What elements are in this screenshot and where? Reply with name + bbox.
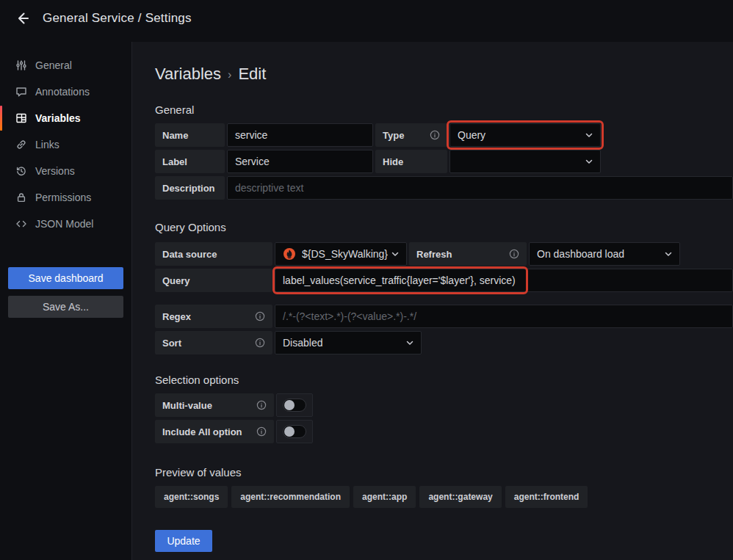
chevron-down-icon bbox=[585, 131, 593, 139]
chevron-down-icon bbox=[391, 250, 400, 258]
query-input[interactable] bbox=[275, 269, 733, 292]
chevron-down-icon bbox=[585, 157, 593, 166]
include-all-toggle[interactable] bbox=[276, 420, 313, 443]
query-field-label: Query bbox=[155, 269, 272, 292]
preview-values: agent::songs agent::recommendation agent… bbox=[155, 486, 733, 508]
info-icon bbox=[256, 426, 267, 437]
hide-field-label: Hide bbox=[375, 150, 447, 173]
sidebar-item-label: General bbox=[35, 59, 72, 71]
info-icon bbox=[255, 311, 265, 321]
sliders-icon bbox=[15, 59, 27, 71]
sidebar-item-json-model[interactable]: JSON Model bbox=[0, 211, 131, 237]
variables-grid-icon bbox=[15, 112, 27, 124]
sidebar-item-versions[interactable]: Versions bbox=[0, 158, 131, 184]
regex-input[interactable] bbox=[275, 305, 733, 328]
description-input[interactable] bbox=[227, 176, 733, 200]
selection-options-heading: Selection options bbox=[155, 374, 733, 386]
general-section-heading: General bbox=[155, 103, 733, 116]
info-icon bbox=[255, 338, 265, 348]
sort-field-label: Sort bbox=[155, 331, 272, 354]
back-button[interactable] bbox=[12, 8, 32, 29]
settings-sidebar: General Annotations Variables Links Vers… bbox=[0, 37, 131, 560]
sort-select[interactable]: Disabled bbox=[275, 331, 422, 354]
sidebar-item-annotations[interactable]: Annotations bbox=[0, 79, 131, 105]
lock-icon bbox=[15, 192, 27, 203]
variables-edit-panel: Variables › Edit General Name Type Query bbox=[131, 42, 733, 560]
preview-value-chip: agent::frontend bbox=[505, 486, 588, 508]
chevron-down-icon bbox=[664, 250, 673, 258]
data-source-label: Data source bbox=[155, 242, 272, 266]
prometheus-flame-icon bbox=[283, 247, 296, 261]
info-icon bbox=[430, 130, 440, 140]
save-dashboard-button[interactable]: Save dashboard bbox=[8, 267, 123, 289]
type-select[interactable]: Query bbox=[449, 123, 601, 147]
update-button[interactable]: Update bbox=[155, 530, 212, 552]
multi-value-toggle[interactable] bbox=[276, 393, 313, 417]
preview-value-chip: agent::gateway bbox=[419, 486, 501, 508]
sidebar-item-links[interactable]: Links bbox=[0, 131, 131, 158]
page-title: General Service / Settings bbox=[43, 11, 192, 26]
type-field-label: Type bbox=[375, 123, 447, 147]
sidebar-item-general[interactable]: General bbox=[0, 52, 131, 79]
breadcrumb-separator-icon: › bbox=[228, 68, 231, 81]
include-all-label: Include All option bbox=[155, 420, 274, 443]
chevron-down-icon bbox=[405, 338, 414, 347]
header-bar: General Service / Settings bbox=[0, 0, 733, 37]
name-input[interactable] bbox=[227, 123, 373, 147]
sidebar-item-label: Versions bbox=[35, 165, 75, 177]
multi-value-label: Multi-value bbox=[155, 393, 274, 417]
preview-heading: Preview of values bbox=[155, 466, 733, 479]
sidebar-item-permissions[interactable]: Permissions bbox=[0, 184, 131, 211]
breadcrumb-section[interactable]: Variables bbox=[155, 65, 221, 84]
info-icon bbox=[509, 249, 519, 259]
sidebar-item-label: Links bbox=[35, 139, 59, 150]
save-as-button[interactable]: Save As... bbox=[8, 296, 123, 318]
code-brackets-icon bbox=[15, 218, 27, 230]
hide-select[interactable] bbox=[449, 150, 601, 173]
name-field-label: Name bbox=[155, 123, 225, 147]
breadcrumb-page: Edit bbox=[238, 65, 266, 84]
label-field-label: Label bbox=[155, 150, 225, 173]
refresh-select[interactable]: On dashboard load bbox=[529, 242, 680, 266]
sidebar-item-label: Annotations bbox=[35, 86, 90, 98]
link-icon bbox=[15, 139, 27, 150]
info-icon bbox=[256, 400, 267, 410]
sidebar-item-variables[interactable]: Variables bbox=[0, 105, 131, 131]
regex-field-label: Regex bbox=[155, 305, 272, 328]
history-icon bbox=[15, 165, 27, 177]
preview-value-chip: agent::app bbox=[353, 486, 416, 508]
label-input[interactable] bbox=[227, 150, 373, 173]
preview-value-chip: agent::recommendation bbox=[231, 486, 350, 508]
sidebar-item-label: JSON Model bbox=[35, 218, 93, 230]
preview-value-chip: agent::songs bbox=[155, 486, 228, 508]
refresh-field-label: Refresh bbox=[409, 242, 527, 266]
data-source-select[interactable]: ${DS_SkyWalking} bbox=[275, 242, 407, 266]
query-options-heading: Query Options bbox=[155, 221, 733, 233]
description-field-label: Description bbox=[155, 176, 225, 200]
breadcrumb: Variables › Edit bbox=[155, 65, 733, 84]
sidebar-item-label: Variables bbox=[35, 112, 81, 124]
comment-icon bbox=[15, 86, 27, 98]
sidebar-item-label: Permissions bbox=[35, 192, 91, 203]
arrow-left-icon bbox=[14, 10, 30, 26]
